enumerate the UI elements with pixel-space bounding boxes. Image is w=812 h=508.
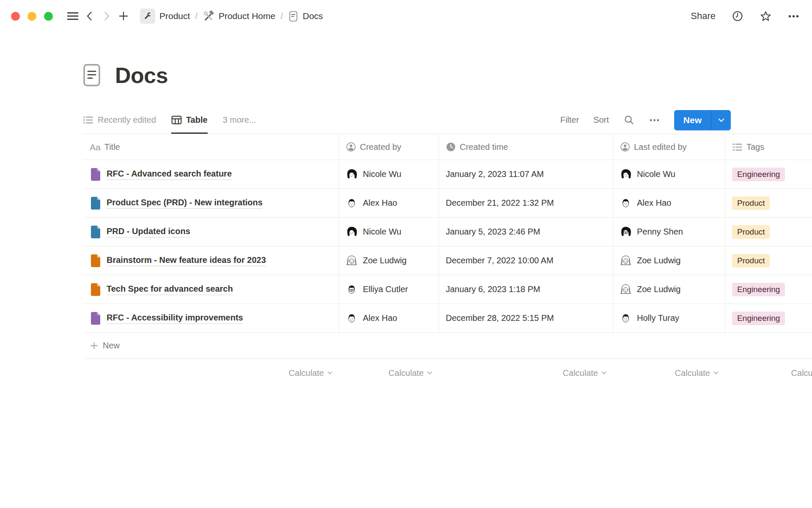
person-name: Penny Shen	[637, 227, 683, 237]
created-time-value: January 5, 2023 2:46 PM	[446, 227, 540, 237]
doc-title-link[interactable]: PRD - Updated icons	[107, 226, 190, 237]
tag-pill[interactable]: Product	[732, 254, 770, 268]
created-by-cell[interactable]: Elliya Cutler	[339, 275, 439, 304]
maximize-window-button[interactable]	[44, 12, 53, 21]
last-edited-by-cell[interactable]: Nicole Wu	[613, 160, 725, 188]
column-header-created-time[interactable]: Created time	[439, 134, 613, 160]
calculate-button[interactable]: Calculate	[389, 368, 432, 378]
page-icon	[90, 311, 102, 326]
tag-pill[interactable]: Product	[732, 196, 770, 210]
calculate-button[interactable]: Calculate	[791, 368, 812, 378]
created-time-cell[interactable]: January 2, 2023 11:07 AM	[439, 160, 613, 188]
table-row: Brainstorm - New feature ideas for 2023Z…	[83, 246, 812, 275]
database-table: Aa Title Created by Created time Last ed…	[83, 134, 812, 387]
avatar	[620, 312, 631, 324]
tags-cell[interactable]: Engineering	[725, 304, 812, 332]
tag-pill[interactable]: Product	[732, 225, 770, 239]
calculate-button[interactable]: Calculate	[289, 368, 332, 378]
created-by-cell[interactable]: Zoe Ludwig	[339, 246, 439, 275]
tag-pill[interactable]: Engineering	[732, 283, 785, 296]
page-document-icon[interactable]	[83, 64, 101, 87]
column-header-last-edited-by[interactable]: Last edited by	[613, 134, 725, 160]
avatar	[620, 197, 631, 209]
doc-title-link[interactable]: RFC - Advanced search feature	[107, 169, 232, 180]
last-edited-by-cell[interactable]: Zoe Ludwig	[613, 275, 725, 304]
created-by-cell[interactable]: Nicole Wu	[339, 218, 439, 246]
breadcrumb-item-docs[interactable]: Docs	[285, 9, 326, 23]
person-name: Alex Hao	[637, 198, 671, 208]
column-header-tags[interactable]: Tags	[725, 134, 812, 160]
created-time-cell[interactable]: January 6, 2023 1:18 PM	[439, 275, 613, 304]
created-by-cell[interactable]: Alex Hao	[339, 189, 439, 217]
doc-title-link[interactable]: Product Spec (PRD) - New integrations	[107, 198, 263, 209]
avatar	[620, 284, 631, 295]
more-options-button[interactable]	[788, 14, 799, 18]
breadcrumb-separator: /	[195, 11, 198, 21]
tab-recently-edited[interactable]: Recently edited	[83, 106, 156, 134]
doc-title-link[interactable]: RFC - Accessibility improvements	[107, 313, 243, 324]
doc-title-link[interactable]: Brainstorm - New feature ideas for 2023	[107, 255, 266, 266]
forward-button[interactable]	[99, 8, 114, 24]
table-row: Product Spec (PRD) - New integrationsAle…	[83, 189, 812, 218]
calculate-button[interactable]: Calculate	[563, 368, 606, 378]
row-title-cell[interactable]: Brainstorm - New feature ideas for 2023	[83, 246, 339, 275]
created-time-cell[interactable]: January 5, 2023 2:46 PM	[439, 218, 613, 246]
updates-button[interactable]	[732, 10, 743, 22]
row-title-cell[interactable]: Tech Spec for advanced search	[83, 275, 339, 304]
search-button[interactable]	[623, 114, 635, 126]
column-label: Created time	[460, 142, 508, 152]
filter-button[interactable]: Filter	[560, 115, 579, 125]
page-title[interactable]: Docs	[115, 64, 168, 86]
share-button[interactable]: Share	[691, 11, 716, 22]
clock-icon	[446, 142, 456, 152]
last-edited-by-cell[interactable]: Penny Shen	[613, 218, 725, 246]
sidebar-toggle-button[interactable]	[66, 8, 80, 24]
row-title-cell[interactable]: RFC - Accessibility improvements	[83, 304, 339, 332]
created-time-cell[interactable]: December 21, 2022 1:32 PM	[439, 189, 613, 217]
table-icon	[171, 115, 182, 125]
doc-title-link[interactable]: Tech Spec for advanced search	[107, 284, 233, 295]
breadcrumb-item-product[interactable]: Product	[137, 7, 192, 25]
column-header-created-by[interactable]: Created by	[339, 134, 439, 160]
new-dropdown-button[interactable]	[711, 110, 731, 130]
tags-cell[interactable]: Product	[725, 246, 812, 275]
new-row-button[interactable]: New	[83, 333, 812, 359]
tab-table[interactable]: Table	[171, 106, 208, 134]
row-title-cell[interactable]: RFC - Advanced search feature	[83, 160, 339, 188]
sort-button[interactable]: Sort	[593, 115, 609, 125]
tag-pill[interactable]: Engineering	[732, 312, 785, 325]
tags-cell[interactable]: Product	[725, 189, 812, 217]
aa-icon: Aa	[90, 143, 101, 152]
new-page-button[interactable]	[116, 8, 131, 24]
column-header-title[interactable]: Aa Title	[83, 134, 339, 160]
tags-cell[interactable]: Engineering	[725, 160, 812, 188]
avatar	[346, 284, 357, 295]
tag-pill[interactable]: Engineering	[732, 168, 785, 181]
page-icon	[90, 282, 102, 297]
minimize-window-button[interactable]	[27, 12, 36, 21]
tags-cell[interactable]: Product	[725, 218, 812, 246]
row-title-cell[interactable]: Product Spec (PRD) - New integrations	[83, 189, 339, 217]
created-time-cell[interactable]: December 7, 2022 10:00 AM	[439, 246, 613, 275]
person-name: Zoe Ludwig	[637, 256, 680, 265]
breadcrumb-label: Docs	[303, 11, 323, 21]
view-options-button[interactable]	[649, 119, 660, 122]
last-edited-by-cell[interactable]: Alex Hao	[613, 189, 725, 217]
tags-cell[interactable]: Engineering	[725, 275, 812, 304]
new-button-group: New	[674, 110, 731, 130]
tab-more-views[interactable]: 3 more...	[223, 106, 256, 134]
calculate-button[interactable]: Calculate	[675, 368, 719, 378]
back-button[interactable]	[82, 8, 97, 24]
calculate-label: Calculate	[563, 368, 598, 378]
breadcrumb-item-product-home[interactable]: Product Home	[200, 9, 278, 23]
favorite-button[interactable]	[760, 10, 772, 22]
created-time-cell[interactable]: December 28, 2022 5:15 PM	[439, 304, 613, 332]
close-window-button[interactable]	[11, 12, 20, 21]
last-edited-by-cell[interactable]: Holly Turay	[613, 304, 725, 332]
row-title-cell[interactable]: PRD - Updated icons	[83, 218, 339, 246]
created-by-cell[interactable]: Alex Hao	[339, 304, 439, 332]
created-by-cell[interactable]: Nicole Wu	[339, 160, 439, 188]
last-edited-by-cell[interactable]: Zoe Ludwig	[613, 246, 725, 275]
new-button[interactable]: New	[674, 110, 711, 130]
calculate-cell: Calculate	[439, 359, 613, 387]
